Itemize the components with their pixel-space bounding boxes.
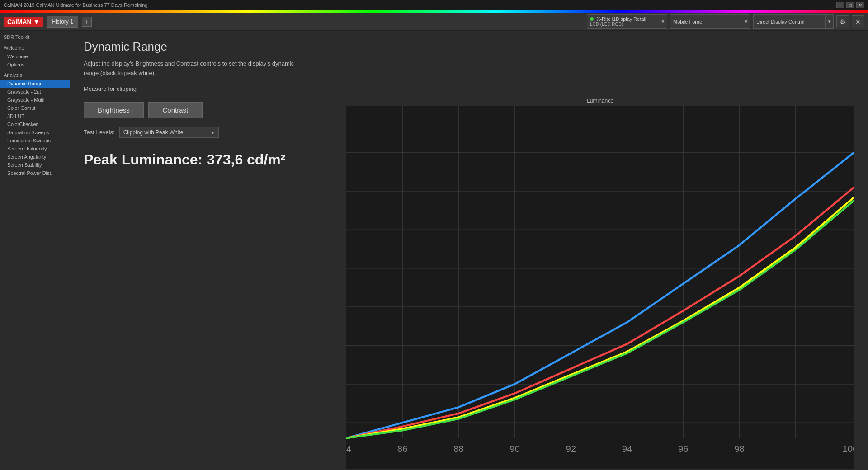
chart-area: Luminance <box>346 98 854 470</box>
description-line1: Adjust the display's Brightness and Cont… <box>84 59 355 69</box>
peak-luminance-display: Peak Luminance: 373,6 cd/m² <box>84 151 337 168</box>
svg-text:96: 96 <box>678 443 689 454</box>
sidebar-item-color-gamut[interactable]: Color Gamut <box>0 104 70 112</box>
left-panel: Brightness Contrast Test Levels: Clippin… <box>84 98 337 470</box>
close-button[interactable]: ✕ <box>856 2 864 8</box>
main-row: Brightness Contrast Test Levels: Clippin… <box>84 98 854 470</box>
sidebar-item-grayscale-2pt[interactable]: Grayscale - 2pt <box>0 88 70 96</box>
svg-text:92: 92 <box>566 443 576 454</box>
app-title: CalMAN 2019 CalMAN Ultimate for Business… <box>4 2 148 8</box>
titlebar-controls: ─ □ ✕ <box>836 2 864 8</box>
maximize-button[interactable]: □ <box>846 2 854 8</box>
contrast-button[interactable]: Contrast <box>148 102 203 118</box>
content-area: Dynamic Range Adjust the display's Brigh… <box>70 31 868 470</box>
luminance-chart: 84 86 88 90 92 94 96 98 100 <box>346 106 854 469</box>
settings-button[interactable]: ⚙ <box>836 15 849 28</box>
main-layout: ◀ SDR Toolkit Welcome Welcome Options An… <box>0 31 868 470</box>
sidebar-item-colorchecker[interactable]: ColorChecker <box>0 120 70 128</box>
device1-dropdown-btn[interactable]: ▼ <box>659 14 667 29</box>
svg-text:90: 90 <box>509 443 520 454</box>
sidebar-item-grayscale-multi[interactable]: Grayscale - Multi <box>0 96 70 104</box>
svg-text:84: 84 <box>346 443 351 454</box>
sidebar-item-luminance-sweeps[interactable]: Luminance Sweeps <box>0 136 70 145</box>
control-buttons-row: Brightness Contrast <box>84 102 337 118</box>
svg-text:86: 86 <box>397 443 408 454</box>
device3-name: Direct Display Control <box>756 19 822 24</box>
sidebar-item-3dlut[interactable]: 3D LUT <box>0 112 70 120</box>
description-line2: range (black to peak white). <box>84 69 355 78</box>
device1-selector[interactable]: X-Rite i1Display Retail LCD (LED RGB) <box>587 14 659 29</box>
add-tab-button[interactable]: + <box>82 17 92 27</box>
tab-label: History 1 <box>52 19 73 25</box>
titlebar: CalMAN 2019 CalMAN Ultimate for Business… <box>0 0 868 10</box>
device1-name: X-Rite i1Display Retail <box>590 16 656 22</box>
toolbar-right: X-Rite i1Display Retail LCD (LED RGB) ▼ … <box>587 14 864 29</box>
toolbar-close-button[interactable]: ✕ <box>852 15 864 28</box>
settings-icon: ⚙ <box>840 18 846 25</box>
sidebar-toggle-button[interactable]: ◀ <box>70 250 70 264</box>
sidebar-item-welcome[interactable]: Welcome <box>0 52 70 61</box>
svg-text:98: 98 <box>734 443 745 454</box>
test-levels-label: Test Levels: <box>84 129 115 136</box>
sidebar-section-analysis: Analysis <box>0 69 70 80</box>
page-title: Dynamic Range <box>84 40 854 54</box>
minimize-button[interactable]: ─ <box>836 2 844 8</box>
device2-dropdown-btn[interactable]: ▼ <box>742 14 750 29</box>
measure-label: Measure for clipping <box>84 85 854 92</box>
device1-indicator <box>590 17 594 21</box>
device1-sub: LCD (LED RGB) <box>590 22 656 27</box>
device3-selector[interactable]: Direct Display Control <box>753 14 826 29</box>
device2-name: Mobile Forge <box>673 19 739 24</box>
svg-text:88: 88 <box>453 443 464 454</box>
logo-text: CalMAN <box>7 18 32 25</box>
device2-wrapper: Mobile Forge ▼ <box>670 14 750 29</box>
sidebar-item-dynamic-range[interactable]: Dynamic Range <box>0 80 70 88</box>
sidebar-item-screen-angularity[interactable]: Screen Angularity <box>0 153 70 161</box>
test-levels-select[interactable]: Clipping with Peak White Full Range Blac… <box>119 127 219 138</box>
history-tab[interactable]: History 1 <box>47 16 78 28</box>
page-content: Dynamic Range Adjust the display's Brigh… <box>70 31 868 470</box>
sidebar-item-spectral-power[interactable]: Spectral Power Dist. <box>0 169 70 177</box>
brightness-button[interactable]: Brightness <box>84 102 144 118</box>
svg-text:100: 100 <box>842 443 854 454</box>
chart-title: Luminance <box>346 98 854 104</box>
toolbar-close-icon: ✕ <box>855 18 861 25</box>
page-description: Adjust the display's Brightness and Cont… <box>84 59 355 78</box>
sidebar-section-sdrtoolkit: SDR Toolkit <box>0 31 70 42</box>
test-levels-select-wrap: Clipping with Peak White Full Range Blac… <box>119 127 219 138</box>
device1-wrapper: X-Rite i1Display Retail LCD (LED RGB) ▼ <box>587 14 667 29</box>
add-tab-icon: + <box>85 18 89 25</box>
device3-dropdown-btn[interactable]: ▼ <box>826 14 834 29</box>
device2-selector[interactable]: Mobile Forge <box>670 14 742 29</box>
toolbar: CalMAN ▼ History 1 + X-Rite i1Display Re… <box>0 13 868 31</box>
sidebar-item-screen-uniformity[interactable]: Screen Uniformity <box>0 145 70 153</box>
logo-dropdown-icon: ▼ <box>33 18 40 25</box>
chart-container: 84 86 88 90 92 94 96 98 100 <box>346 106 854 470</box>
calman-logo[interactable]: CalMAN ▼ <box>4 17 43 27</box>
sidebar-section-welcome: Welcome <box>0 42 70 52</box>
device3-wrapper: Direct Display Control ▼ <box>753 14 834 29</box>
sidebar-item-screen-stability[interactable]: Screen Stability <box>0 161 70 169</box>
test-levels-row: Test Levels: Clipping with Peak White Fu… <box>84 127 337 138</box>
svg-text:94: 94 <box>622 443 632 454</box>
sidebar: ◀ SDR Toolkit Welcome Welcome Options An… <box>0 31 70 470</box>
sidebar-item-options[interactable]: Options <box>0 61 70 69</box>
sidebar-item-saturation-sweeps[interactable]: Saturation Sweeps <box>0 128 70 136</box>
